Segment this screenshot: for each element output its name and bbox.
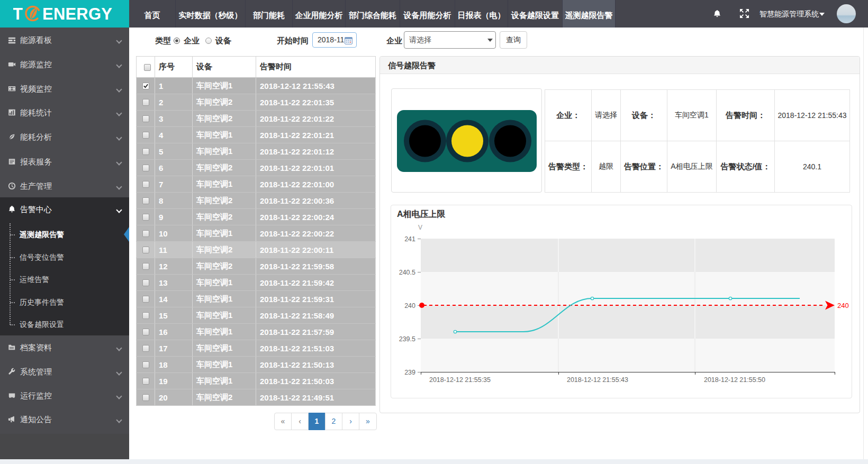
svg-text:240: 240 [404, 302, 415, 310]
svg-text:240.5: 240.5 [399, 269, 415, 276]
svg-text:2018-12-12 21:55:43: 2018-12-12 21:55:43 [567, 376, 628, 384]
svg-text:T: T [13, 5, 23, 23]
svg-text:ENERGY: ENERGY [42, 5, 112, 23]
svg-text:V: V [418, 224, 422, 231]
svg-text:2018-12-12 21:55:35: 2018-12-12 21:55:35 [429, 376, 491, 384]
svg-text:239.5: 239.5 [399, 335, 415, 343]
svg-text:239: 239 [404, 369, 415, 376]
svg-text:240: 240 [837, 302, 849, 310]
svg-text:241: 241 [404, 235, 415, 243]
svg-text:2018-12-12 21:55:50: 2018-12-12 21:55:50 [704, 376, 765, 384]
